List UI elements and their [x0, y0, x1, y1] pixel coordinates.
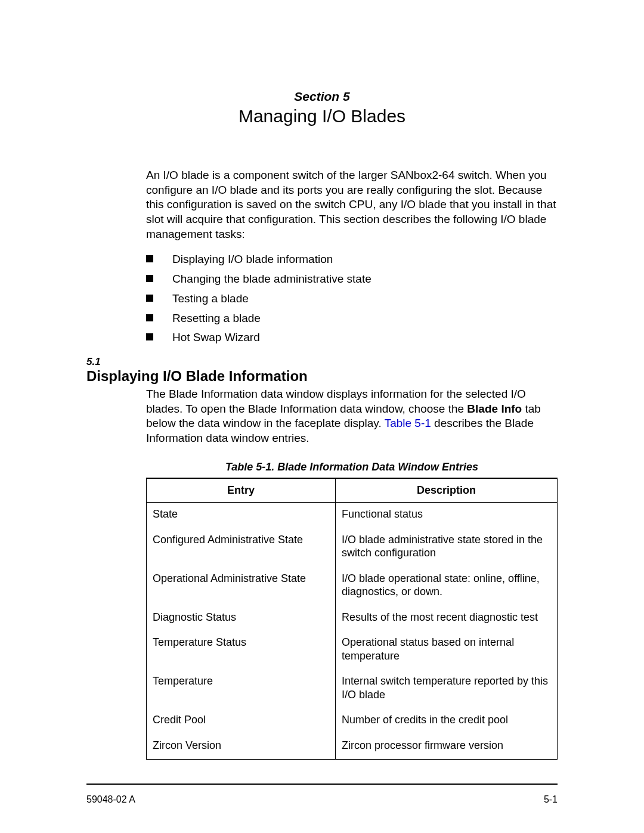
intro-text: An I/O blade is a component switch of th… — [146, 168, 558, 241]
table-cell: Number of credits in the credit pool — [335, 708, 557, 734]
square-bullet-icon — [146, 314, 153, 321]
list-item-text: Resetting a blade — [172, 311, 261, 326]
subsection-paragraph: The Blade Information data window displa… — [146, 387, 558, 446]
table-cell: Zircon Version — [147, 734, 336, 760]
section-label: Section 5 — [86, 89, 558, 104]
table-header-row: Entry Description — [147, 478, 558, 503]
page: Section 5 Managing I/O Blades An I/O bla… — [0, 0, 644, 833]
list-item-text: Changing the blade administrative state — [172, 272, 371, 287]
list-item-text: Displaying I/O blade information — [172, 252, 333, 267]
table-row: Diagnostic Status Results of the most re… — [147, 606, 558, 631]
task-list: Displaying I/O blade information Changin… — [146, 252, 558, 345]
table-cell: Zircon processor firmware version — [335, 734, 557, 760]
table-cell: Temperature Status — [147, 631, 336, 670]
square-bullet-icon — [146, 255, 153, 262]
footer-left: 59048-02 A — [86, 794, 135, 805]
list-item: Resetting a blade — [146, 311, 558, 326]
table-row: Configured Administrative State I/O blad… — [147, 528, 558, 567]
table-cell: Credit Pool — [147, 708, 336, 734]
section-title: Managing I/O Blades — [86, 106, 558, 126]
table-cell: Operational Administrative State — [147, 567, 336, 606]
table-cell: Operational status based on internal tem… — [335, 631, 557, 670]
table-cell: State — [147, 503, 336, 528]
list-item: Hot Swap Wizard — [146, 330, 558, 345]
list-item-text: Hot Swap Wizard — [172, 330, 260, 345]
table-cell: I/O blade operational state: online, off… — [335, 567, 557, 606]
subsection-number: 5.1 — [86, 356, 558, 368]
square-bullet-icon — [146, 333, 153, 340]
list-item: Displaying I/O blade information — [146, 252, 558, 267]
list-item: Changing the blade administrative state — [146, 272, 558, 287]
table-row: Temperature Internal switch temperature … — [147, 670, 558, 708]
table-row: State Functional status — [147, 503, 558, 528]
table-row: Temperature Status Operational status ba… — [147, 631, 558, 670]
table-cell: Results of the most recent diagnostic te… — [335, 606, 557, 631]
table-cell: Internal switch temperature reported by … — [335, 670, 557, 708]
blade-info-table: Entry Description State Functional statu… — [146, 478, 558, 760]
intro-paragraph: An I/O blade is a component switch of th… — [146, 168, 558, 345]
square-bullet-icon — [146, 275, 153, 282]
footer-right: 5-1 — [544, 794, 558, 805]
para-bold: Blade Info — [467, 402, 522, 415]
table-cell: Diagnostic Status — [147, 606, 336, 631]
table-row: Operational Administrative State I/O bla… — [147, 567, 558, 606]
table-cell: I/O blade administrative state stored in… — [335, 528, 557, 567]
list-item-text: Testing a blade — [172, 292, 249, 306]
table-caption: Table 5-1. Blade Information Data Window… — [146, 460, 558, 474]
table-block: Table 5-1. Blade Information Data Window… — [146, 460, 558, 760]
table-header-cell: Entry — [147, 478, 336, 503]
list-item: Testing a blade — [146, 292, 558, 306]
table-cell: Configured Administrative State — [147, 528, 336, 567]
subsection-title: Displaying I/O Blade Information — [86, 368, 558, 385]
square-bullet-icon — [146, 295, 153, 302]
page-footer: 59048-02 A 5-1 — [86, 785, 558, 805]
table-row: Credit Pool Number of credits in the cre… — [147, 708, 558, 734]
table-cell: Functional status — [335, 503, 557, 528]
table-header-cell: Description — [335, 478, 557, 503]
table-cell: Temperature — [147, 670, 336, 708]
table-reference-link[interactable]: Table 5-1 — [385, 417, 431, 429]
table-row: Zircon Version Zircon processor firmware… — [147, 734, 558, 760]
